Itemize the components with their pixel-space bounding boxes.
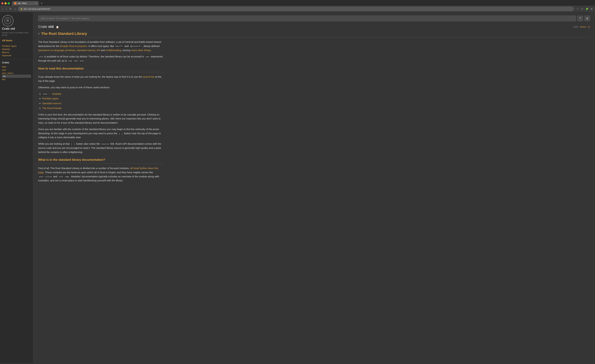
collapse-link[interactable]: [-] [588, 26, 590, 28]
sidebar-item-keywords[interactable]: Keywords [2, 54, 31, 57]
code-vec-t: Vec<T> [115, 45, 124, 48]
link-std-modules[interactable]: std::* modules [42, 92, 61, 95]
sidebar-nav: Primitive Types Modules Macros Keywords [2, 44, 31, 57]
address-bar: ‹ › ↻ ⌂ 🔒 doc.rust-lang.org/stable/std/ … [0, 6, 595, 12]
forward-button[interactable]: › [5, 7, 7, 11]
subsection-how-to-read: How to read this documentation [38, 66, 164, 71]
source-link[interactable]: source [580, 26, 586, 28]
minimize-button[interactable] [5, 2, 7, 5]
search-bar-container: ? ⚙ [38, 16, 590, 21]
sidebar: R Crate std Version 1.60.0 (7737e0b5c 20… [0, 12, 33, 363]
link-multithreading[interactable]: multithreading [106, 49, 121, 52]
reload-button[interactable]: ↻ [9, 7, 12, 11]
search-help-button[interactable]: ? [577, 16, 583, 21]
link-primitive-types[interactable]: Primitive types [42, 97, 58, 100]
code-option-t: Option<T> [129, 45, 142, 48]
svg-point-8 [11, 24, 12, 25]
extension-icon-2[interactable]: 🧩 [585, 7, 589, 11]
sidebar-version: Version 1.60.0 (7737e0b5c 2022-04-04) [2, 32, 31, 37]
intro-paragraph-1: The Rust Standard Library is the foundat… [38, 40, 164, 52]
list-item-std-modules: std::* modules [42, 92, 164, 96]
svg-text:R: R [7, 18, 9, 22]
main-section-heading: § The Rust Standard Library [38, 32, 590, 36]
new-tab-button[interactable]: + [39, 1, 44, 6]
code-std: std [38, 56, 43, 58]
useful-sections-list: std::* modules Primitive types Standard … [42, 92, 164, 110]
crate-prefix: Crate [38, 25, 48, 29]
code-use: use [145, 56, 150, 58]
url-text: doc.rust-lang.org/stable/std/ [24, 8, 50, 10]
sidebar-crate-std[interactable]: std [2, 75, 31, 78]
svg-point-4 [7, 26, 8, 27]
section-toggle-icon[interactable]: § [38, 32, 40, 35]
how-to-read-p2: Otherwise, you may want to jump to one o… [38, 85, 164, 90]
sidebar-crates-heading: Crates [2, 61, 31, 64]
tab-title: std - Rust [18, 2, 26, 5]
svg-point-7 [3, 16, 4, 17]
sidebar-item-primitive-types[interactable]: Primitive Types [2, 44, 31, 48]
how-to-read-p5: While you are looking at that [-] button… [38, 142, 164, 154]
how-to-read-p3: If this is your first time, the document… [38, 113, 164, 125]
tab-close-icon[interactable]: ✕ [35, 2, 37, 5]
svg-point-10 [3, 24, 4, 25]
close-button[interactable] [1, 2, 3, 5]
link-operations[interactable]: operations on language primitives [38, 49, 75, 52]
all-items-link[interactable]: All Items [2, 39, 31, 42]
sidebar-crate-core[interactable]: core [2, 68, 31, 71]
link-io[interactable]: I/O [97, 49, 100, 52]
link-all-listed[interactable]: all listed further down this page [38, 167, 158, 174]
code-source: source [101, 143, 110, 146]
link-many-other-things[interactable]: many other things [131, 49, 151, 52]
rust-logo: R [2, 15, 14, 27]
code-collapse-bracket: [-] [118, 132, 123, 135]
search-input[interactable] [38, 16, 576, 21]
svg-point-9 [11, 16, 12, 17]
what-is-in-p1: First of all, The Rust Standard Library … [38, 166, 164, 183]
extension-icon-3[interactable]: ⚙ [590, 7, 593, 11]
crate-name: std [48, 25, 54, 29]
page-layout: R Crate std Version 1.60.0 (7737e0b5c 20… [0, 12, 595, 363]
main-section-title: The Rust Standard Library [41, 32, 87, 36]
link-broader-rust-ecosystem[interactable]: broader Rust ecosystem [60, 45, 87, 48]
copy-icon[interactable]: 📋 [56, 26, 59, 28]
list-item-rust-prelude: The Rust Prelude [42, 106, 164, 110]
list-item-primitive-types: Primitive types [42, 97, 164, 101]
maximize-button[interactable] [8, 2, 10, 5]
crate-heading-left: Crate std 📋 [38, 25, 59, 29]
search-settings-button[interactable]: ⚙ [584, 16, 590, 21]
toolbar-icons: ☆ 🛡 🧩 ⚙ [576, 7, 593, 11]
tab-favicon [14, 2, 16, 5]
subsection-what-is-in: What is in the standard library document… [38, 157, 164, 162]
sidebar-crate-proc-macro[interactable]: proc_macro [2, 71, 31, 75]
svg-point-5 [2, 21, 3, 21]
code-collapse-bracket-2: [-] [70, 143, 75, 146]
how-to-read-p1: If you already know the name of what you… [38, 75, 164, 83]
sidebar-item-macros[interactable]: Macros [2, 51, 31, 54]
bookmark-icon[interactable]: ☆ [576, 7, 579, 11]
url-bar[interactable]: 🔒 doc.rust-lang.org/stable/std/ [18, 7, 574, 11]
section-divider-what-is-in [38, 163, 164, 164]
sidebar-item-modules[interactable]: Modules [2, 48, 31, 51]
active-tab[interactable]: std - Rust ✕ [12, 1, 39, 6]
sidebar-crate-test[interactable]: test [2, 78, 31, 81]
code-use-std-env: use std::env [68, 60, 85, 62]
code-std-cmp: std::cmp [58, 175, 70, 178]
link-search-bar[interactable]: search bar [143, 75, 155, 78]
list-item-standard-macros: Standard macros [42, 101, 164, 105]
home-button[interactable]: ⌂ [14, 7, 17, 11]
code-std-slice: std::slice [38, 175, 52, 178]
how-to-read-p4: Once you are familiar with the contents … [38, 127, 164, 140]
link-standard-macros[interactable]: standard macros [77, 49, 95, 52]
section-divider-how-to-read [38, 72, 164, 72]
link-standard-macros-list[interactable]: Standard macros [42, 102, 61, 105]
crate-version: 1.0.0 [573, 26, 578, 28]
content-area: The Rust Standard Library is the foundat… [38, 40, 164, 183]
section-divider-main [38, 37, 590, 37]
svg-point-6 [13, 21, 14, 21]
link-rust-prelude[interactable]: The Rust Prelude [42, 107, 62, 110]
back-button[interactable]: ‹ [2, 7, 4, 11]
svg-point-3 [7, 15, 8, 16]
window-controls [1, 2, 10, 5]
sidebar-crate-alloc[interactable]: alloc [2, 65, 31, 68]
extension-icon-1[interactable]: 🛡 [581, 7, 584, 11]
